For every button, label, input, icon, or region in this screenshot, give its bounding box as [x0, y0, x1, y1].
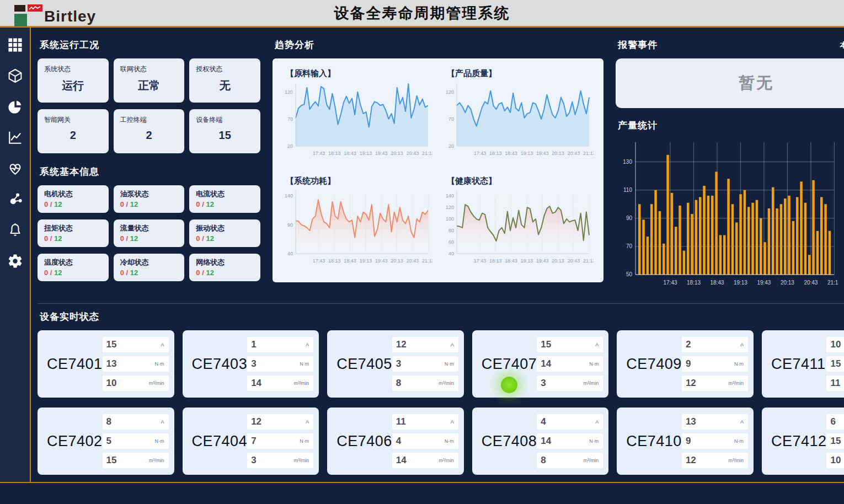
device-card-CE7411[interactable]: CE7411 10 A 15 N·m 11 m³/min — [762, 330, 844, 398]
sidebar-bell-icon[interactable] — [6, 222, 24, 238]
info-card: 冷却状态 0 / 12 — [114, 254, 185, 281]
status-card-value: 15 — [196, 129, 254, 142]
device-metric: 12 m³/min — [682, 376, 748, 391]
device-metric: 4 N·m — [392, 433, 458, 449]
svg-text:18:13: 18:13 — [328, 258, 341, 264]
metric-unit: A — [451, 419, 454, 425]
svg-text:140: 140 — [446, 193, 454, 199]
sidebar-gear-icon[interactable] — [6, 253, 24, 269]
metric-value: 3 — [251, 358, 256, 369]
metric-unit: A — [451, 342, 454, 347]
metric-unit: A — [595, 419, 599, 425]
section-title-devices: 设备实时状态 — [40, 310, 844, 323]
device-card-CE7410[interactable]: CE7410 13 A 9 N·m 12 m³/min — [617, 408, 754, 475]
device-name: CE7412 — [771, 433, 827, 450]
svg-text:140: 140 — [285, 193, 293, 199]
metric-value: 10 — [106, 378, 117, 389]
metric-value: 12 — [251, 416, 261, 427]
metric-unit: m³/min — [294, 380, 309, 386]
metric-value: 8 — [106, 416, 111, 427]
device-metric: 14 N·m — [537, 433, 603, 449]
svg-text:20:43: 20:43 — [568, 151, 580, 156]
info-card-count: 0 / 12 — [44, 200, 102, 208]
svg-text:19:43: 19:43 — [375, 151, 388, 156]
device-card-CE7406[interactable]: CE7406 11 A 4 N·m 14 m³/min — [327, 408, 464, 475]
device-metrics: 12 A 3 N·m 8 m³/min — [392, 337, 458, 391]
status-card: 授权状态 无 — [189, 58, 260, 103]
metric-unit: N·m — [445, 438, 454, 444]
sidebar-health-icon[interactable] — [6, 160, 24, 176]
device-metric: 11 m³/min — [826, 376, 844, 391]
svg-text:20: 20 — [287, 143, 293, 149]
trend-chart-raw_input: 【原料输入】 120702017:4318:1318:4319:1319:432… — [277, 62, 438, 169]
metric-value: 12 — [686, 455, 696, 466]
info-card-label: 电机状态 — [44, 189, 102, 199]
svg-text:40: 40 — [448, 251, 454, 256]
device-card-CE7407[interactable]: CE7407 15 A 14 N·m 3 m³/min — [472, 330, 609, 398]
alarm-period-tabs: 本月本周本日 — [840, 40, 844, 50]
sidebar-network-icon[interactable] — [6, 191, 24, 207]
device-card-CE7405[interactable]: CE7405 12 A 3 N·m 8 m³/min — [327, 330, 464, 398]
metric-unit: N·m — [155, 361, 164, 367]
app-header: Birtley 设备全寿命周期管理系统 — [0, 0, 844, 28]
metric-value: 5 — [106, 436, 111, 447]
device-metrics: 8 A 5 N·m 15 m³/min — [103, 414, 169, 468]
svg-text:20:13: 20:13 — [552, 151, 564, 156]
sidebar-line-chart-icon[interactable] — [6, 129, 24, 146]
svg-text:20:13: 20:13 — [391, 151, 403, 156]
device-metric: 12 A — [247, 414, 313, 430]
device-card-CE7408[interactable]: CE7408 4 A 14 N·m 8 m³/min — [472, 408, 609, 475]
device-card-CE7404[interactable]: CE7404 12 A 7 N·m 3 m³/min — [183, 408, 319, 475]
device-card-CE7409[interactable]: CE7409 2 A 9 N·m 12 m³/min — [617, 330, 754, 398]
device-metric: 2 A — [682, 337, 748, 352]
status-card-label: 联网状态 — [120, 65, 178, 74]
sidebar-pie-chart-icon[interactable] — [6, 98, 24, 115]
trend-chart-power: 【系统功耗】 140904017:4318:1318:4319:1319:432… — [277, 169, 438, 277]
svg-text:17:43: 17:43 — [663, 280, 677, 286]
device-name: CE7408 — [482, 433, 537, 450]
device-metric: 15 A — [103, 337, 169, 352]
svg-text:19:43: 19:43 — [757, 280, 771, 286]
metric-unit: m³/min — [149, 380, 164, 386]
sidebar-grid-icon[interactable] — [6, 36, 24, 53]
metric-value: 6 — [830, 416, 835, 427]
svg-text:90: 90 — [626, 215, 633, 221]
info-card-count: 0 / 12 — [120, 234, 178, 243]
svg-text:20:43: 20:43 — [407, 151, 419, 156]
device-card-CE7403[interactable]: CE7403 1 A 3 N·m 14 m³/min — [183, 330, 319, 398]
device-metric: 15 A — [537, 337, 603, 352]
alarm-tab-month[interactable]: 本月 — [840, 40, 844, 50]
metric-value: 8 — [541, 455, 546, 466]
chart-title: 【健康状态】 — [447, 176, 597, 186]
metric-unit: m³/min — [728, 380, 744, 386]
device-metric: 14 m³/min — [247, 376, 313, 391]
svg-text:18:43: 18:43 — [505, 258, 517, 264]
metric-value: 14 — [251, 378, 261, 389]
device-card-CE7412[interactable]: CE7412 6 A 15 N·m 10 m³/min — [762, 408, 844, 475]
device-card-CE7402[interactable]: CE7402 8 A 5 N·m 15 m³/min — [38, 408, 174, 475]
trend-chart-health_state: 【健康状态】 14012010080604017:4318:1318:4319:… — [438, 169, 599, 277]
metric-value: 15 — [830, 436, 841, 447]
metric-unit: A — [740, 419, 744, 425]
metric-value: 14 — [541, 436, 551, 447]
metric-value: 15 — [106, 339, 117, 350]
metric-unit: m³/min — [584, 458, 599, 463]
device-name: CE7409 — [626, 356, 682, 373]
metric-unit: A — [306, 419, 309, 425]
status-card-value: 无 — [196, 78, 254, 93]
sidebar-cube-icon[interactable] — [6, 67, 24, 84]
footer-strip — [0, 483, 844, 504]
svg-text:19:13: 19:13 — [521, 258, 533, 264]
svg-text:21:13: 21:13 — [422, 258, 432, 264]
svg-text:18:43: 18:43 — [710, 280, 724, 286]
metric-value: 11 — [830, 378, 840, 389]
system-panel: 系统运行工况 系统状态 运行 联网状态 正常 授权状态 无 智能网关 2 工控终… — [38, 36, 260, 296]
status-card-label: 智能网关 — [44, 115, 102, 125]
info-card-label: 冷却状态 — [120, 258, 178, 267]
section-title-system-status: 系统运行工况 — [40, 39, 260, 51]
system-status-grid: 系统状态 运行 联网状态 正常 授权状态 无 智能网关 2 工控终端 2 设备终… — [38, 58, 260, 153]
device-metrics: 15 A 13 N·m 10 m³/min — [103, 337, 169, 391]
device-card-CE7401[interactable]: CE7401 15 A 13 N·m 10 m³/min — [38, 330, 174, 398]
svg-text:20:43: 20:43 — [804, 280, 818, 286]
trend-panel: 趋势分析 【原料输入】 120702017:4318:1318:4319:131… — [273, 36, 603, 296]
